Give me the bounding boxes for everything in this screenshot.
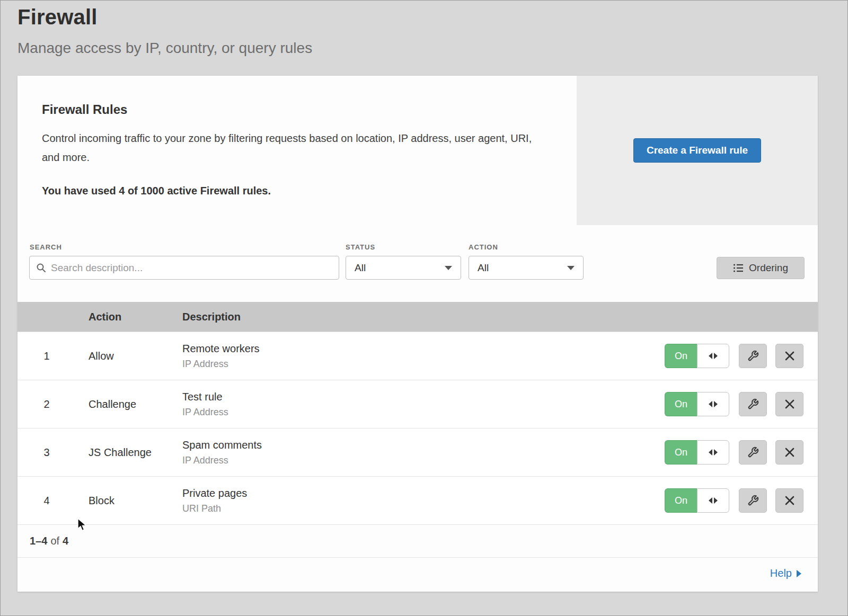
page-title: Firewall	[17, 5, 312, 29]
toggle-on-label: On	[665, 392, 697, 416]
search-input[interactable]	[51, 262, 332, 274]
rule-description-cell: Private pages URI Path	[182, 487, 665, 514]
column-header-description: Description	[182, 311, 241, 323]
table-header: Action Description	[17, 302, 818, 332]
wrench-icon	[747, 447, 759, 458]
rule-action: Challenge	[89, 398, 182, 410]
card-title: Firewall Rules	[42, 102, 563, 117]
rule-description: Private pages	[182, 487, 665, 499]
edit-rule-button[interactable]	[739, 488, 767, 513]
pagination-range: 1–4	[30, 535, 47, 547]
arrow-left-icon	[709, 353, 712, 359]
rule-action: JS Challenge	[89, 447, 182, 459]
rule-description-cell: Remote workers IP Address	[182, 343, 665, 370]
ordering-button[interactable]: Ordering	[717, 257, 805, 279]
rule-description: Test rule	[182, 391, 665, 403]
chevron-down-icon	[445, 266, 452, 270]
pagination: 1–4 of 4	[17, 524, 818, 557]
filters-bar: SEARCH STATUS ACTION All All	[17, 225, 818, 302]
status-select-value: All	[355, 262, 366, 274]
action-label: ACTION	[469, 243, 498, 251]
rule-description: Remote workers	[182, 343, 665, 355]
table-row: 3 JS Challenge Spam comments IP Address …	[17, 428, 818, 476]
delete-rule-button[interactable]	[775, 488, 803, 513]
rule-action: Block	[89, 495, 182, 507]
toggle-on-label: On	[665, 488, 697, 513]
rule-match-type: IP Address	[182, 455, 665, 466]
help-bar: Help	[17, 557, 818, 589]
chevron-down-icon	[567, 266, 575, 270]
page-header: Firewall Manage access by IP, country, o…	[17, 5, 312, 57]
column-header-action: Action	[89, 311, 182, 323]
rule-match-type: IP Address	[182, 359, 665, 370]
arrow-left-icon	[709, 401, 712, 407]
help-link[interactable]: Help	[770, 567, 801, 579]
arrow-right-icon	[714, 449, 718, 456]
search-box[interactable]	[29, 256, 339, 280]
delete-rule-button[interactable]	[775, 392, 803, 416]
rule-controls: On	[665, 440, 818, 465]
arrow-right-icon	[714, 497, 718, 504]
rule-enabled-toggle[interactable]: On	[665, 440, 729, 465]
arrow-right-icon	[714, 401, 718, 407]
toggle-knob[interactable]	[697, 488, 729, 513]
delete-rule-button[interactable]	[775, 344, 803, 368]
wrench-icon	[747, 350, 759, 362]
rule-enabled-toggle[interactable]: On	[665, 488, 729, 513]
arrow-right-icon	[797, 570, 801, 577]
rule-description: Spam comments	[182, 439, 665, 451]
edit-rule-button[interactable]	[739, 344, 767, 368]
rule-controls: On	[665, 392, 818, 416]
toggle-knob[interactable]	[697, 440, 729, 465]
edit-rule-button[interactable]	[739, 392, 767, 416]
rules-usage-count: You have used 4 of 1000 active Firewall …	[42, 185, 563, 197]
rule-controls: On	[665, 344, 818, 368]
firewall-panel: Create a Firewall rule Firewall Rules Co…	[17, 76, 818, 592]
close-icon	[785, 496, 794, 505]
table-row: 2 Challenge Test rule IP Address On	[17, 380, 818, 428]
rule-enabled-toggle[interactable]: On	[665, 344, 729, 368]
pagination-total: 4	[63, 535, 68, 547]
rule-match-type: IP Address	[182, 407, 665, 418]
close-icon	[785, 448, 794, 457]
rule-enabled-toggle[interactable]: On	[665, 392, 729, 416]
arrow-left-icon	[709, 449, 712, 456]
rule-description-cell: Spam comments IP Address	[182, 439, 665, 466]
rule-index: 1	[17, 350, 89, 362]
arrow-right-icon	[714, 353, 718, 359]
create-firewall-rule-button[interactable]: Create a Firewall rule	[633, 138, 761, 163]
status-select[interactable]: All	[346, 256, 461, 280]
edit-rule-button[interactable]	[739, 440, 767, 465]
table-row: 1 Allow Remote workers IP Address On	[17, 332, 818, 380]
rule-controls: On	[665, 488, 818, 513]
rule-index: 2	[17, 398, 89, 410]
toggle-on-label: On	[665, 344, 697, 368]
ordering-button-label: Ordering	[749, 262, 788, 274]
action-select[interactable]: All	[469, 256, 584, 280]
rule-index: 4	[17, 495, 89, 507]
search-label: SEARCH	[30, 243, 62, 251]
close-icon	[785, 351, 794, 361]
delete-rule-button[interactable]	[775, 440, 803, 465]
rule-description-cell: Test rule IP Address	[182, 391, 665, 418]
wrench-icon	[747, 495, 759, 506]
rule-action: Allow	[89, 350, 182, 362]
pagination-of: of	[50, 535, 59, 547]
search-icon	[36, 263, 46, 273]
status-label: STATUS	[346, 243, 375, 251]
table-row: 4 Block Private pages URI Path On	[17, 476, 818, 524]
close-icon	[785, 399, 794, 409]
page-subtitle: Manage access by IP, country, or query r…	[17, 40, 312, 57]
help-link-label: Help	[770, 567, 792, 579]
arrow-left-icon	[709, 497, 712, 504]
ordering-list-icon	[733, 263, 744, 273]
wrench-icon	[747, 398, 759, 410]
firewall-rules-card: Create a Firewall rule Firewall Rules Co…	[17, 76, 818, 225]
card-description: Control incoming traffic to your zone by…	[42, 129, 543, 167]
toggle-knob[interactable]	[697, 344, 729, 368]
action-select-value: All	[478, 262, 489, 274]
toggle-knob[interactable]	[697, 392, 729, 416]
rule-match-type: URI Path	[182, 503, 665, 514]
toggle-on-label: On	[665, 440, 697, 465]
create-rule-rail: Create a Firewall rule	[577, 76, 818, 225]
